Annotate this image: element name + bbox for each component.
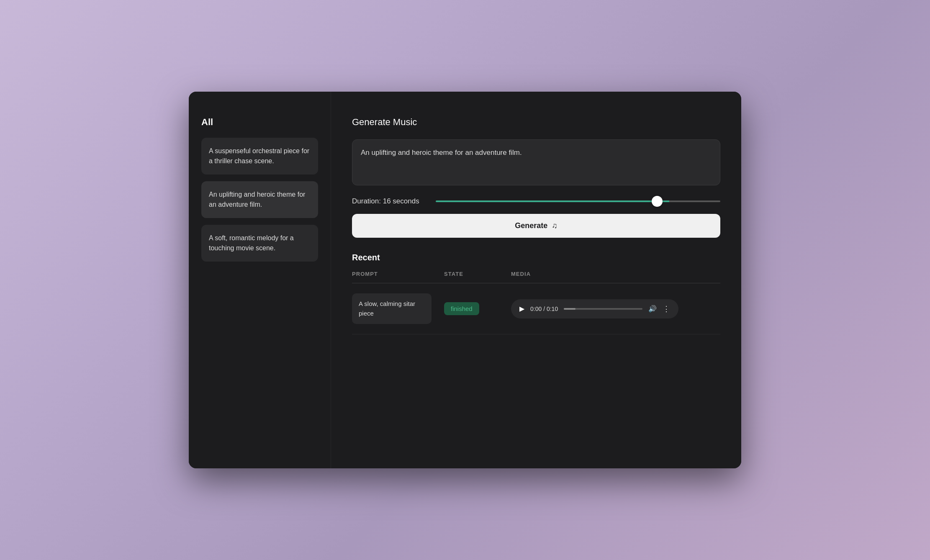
time-separator: / [543, 306, 547, 312]
column-header-state: STATE [444, 271, 511, 277]
row-prompt-text: A slow, calming sitar piece [352, 293, 432, 324]
volume-icon[interactable]: 🔊 [648, 305, 657, 313]
generate-button[interactable]: Generate ♫ [352, 214, 720, 238]
sidebar-item-2-text: An uplifting and heroic theme for an adv… [209, 191, 305, 208]
sidebar-item-1-text: A suspenseful orchestral piece for a thr… [209, 147, 309, 164]
table-row: A slow, calming sitar piece finished ▶ 0… [352, 283, 720, 334]
duration-slider[interactable] [436, 200, 720, 202]
row-state-cell: finished [444, 302, 511, 315]
sidebar-title: All [201, 117, 318, 128]
page-title: Generate Music [352, 117, 720, 128]
recent-section: Recent PROMPT STATE MEDIA A slow, calmin… [352, 253, 720, 334]
recent-table: PROMPT STATE MEDIA A slow, calming sitar… [352, 271, 720, 334]
progress-bar-fill [564, 308, 575, 310]
current-time: 0:00 [530, 306, 542, 312]
status-badge: finished [444, 302, 479, 315]
total-time: 0:10 [547, 306, 558, 312]
sidebar-item-1[interactable]: A suspenseful orchestral piece for a thr… [201, 138, 318, 175]
progress-bar-container[interactable] [564, 308, 642, 310]
table-header: PROMPT STATE MEDIA [352, 271, 720, 283]
row-media-cell: ▶ 0:00 / 0:10 🔊 ⋮ [511, 299, 720, 319]
row-prompt-cell: A slow, calming sitar piece [352, 293, 444, 324]
music-note-icon: ♫ [552, 221, 557, 230]
sidebar-item-3[interactable]: A soft, romantic melody for a touching m… [201, 225, 318, 262]
duration-row: Duration: 16 seconds [352, 197, 720, 206]
sidebar-item-2[interactable]: An uplifting and heroic theme for an adv… [201, 181, 318, 218]
column-header-media: MEDIA [511, 271, 720, 277]
prompt-input[interactable] [352, 139, 720, 185]
duration-label: Duration: 16 seconds [352, 197, 427, 206]
more-options-icon[interactable]: ⋮ [663, 304, 670, 313]
generate-button-label: Generate [515, 221, 547, 230]
main-content: Generate Music Duration: 16 seconds Gene… [331, 92, 741, 468]
app-window: All A suspenseful orchestral piece for a… [189, 92, 741, 468]
column-header-prompt: PROMPT [352, 271, 444, 277]
sidebar: All A suspenseful orchestral piece for a… [189, 92, 331, 468]
recent-title: Recent [352, 253, 720, 262]
sidebar-item-3-text: A soft, romantic melody for a touching m… [209, 234, 294, 252]
play-button[interactable]: ▶ [519, 305, 524, 313]
time-display: 0:00 / 0:10 [530, 306, 558, 312]
audio-player: ▶ 0:00 / 0:10 🔊 ⋮ [511, 299, 678, 319]
